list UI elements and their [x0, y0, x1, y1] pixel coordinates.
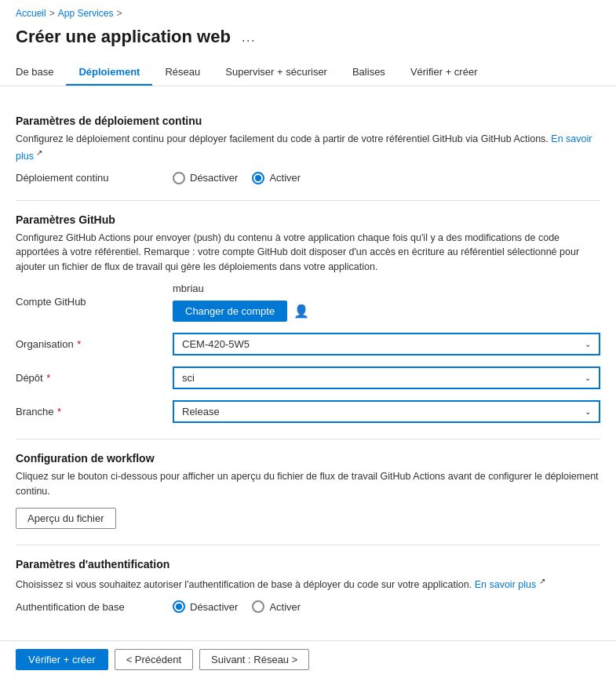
branche-value: Release: [182, 406, 220, 417]
external-link-icon: ↗: [36, 148, 42, 157]
tab-basics[interactable]: De base: [16, 60, 66, 86]
verify-create-button[interactable]: Vérifier + créer: [16, 649, 108, 670]
depot-row: Dépôt * sci ⌄: [16, 366, 600, 389]
breadcrumb: Accueil > App Services >: [0, 0, 616, 24]
github-settings-section: Paramètres GitHub Configurez GitHub Acti…: [16, 213, 600, 423]
auth-settings-title: Paramètres d'authentification: [16, 558, 600, 570]
branche-control: Release ⌄: [173, 400, 600, 423]
auth-external-link-icon: ↗: [539, 577, 545, 585]
github-account-control: mbriau Changer de compte 👤: [173, 282, 600, 322]
organisation-row: Organisation * CEM-420-5W5 ⌄: [16, 333, 600, 355]
auth-learn-more[interactable]: En savoir plus: [475, 580, 537, 591]
branche-arrow-icon: ⌄: [585, 407, 591, 416]
workflow-desc: Cliquez sur le bouton ci-dessous pour af…: [16, 469, 600, 499]
organisation-arrow-icon: ⌄: [585, 340, 591, 348]
radio-enable-label: Activer: [269, 172, 301, 184]
auth-radio-disable-outer: [173, 600, 185, 613]
github-username: mbriau: [173, 282, 204, 294]
depot-dropdown[interactable]: sci ⌄: [173, 366, 600, 389]
breadcrumb-sep1: >: [49, 8, 55, 19]
action-bar: Vérifier + créer < Précédent Suivant : R…: [0, 640, 616, 678]
organisation-required: *: [75, 338, 82, 350]
github-settings-desc: Configurez GitHub Actions pour envoyer (…: [16, 231, 600, 275]
organisation-dropdown[interactable]: CEM-420-5W5 ⌄: [173, 333, 600, 355]
auth-settings-desc: Choisissez si vous souhaitez autoriser l…: [16, 575, 600, 592]
radio-enable-inner: [255, 175, 261, 181]
branche-row: Branche * Release ⌄: [16, 400, 600, 423]
workflow-title: Configuration de workflow: [16, 452, 600, 465]
workflow-section: Configuration de workflow Cliquez sur le…: [16, 452, 600, 530]
next-button[interactable]: Suivant : Réseau >: [199, 649, 309, 670]
radio-disable-outer: [173, 172, 185, 184]
continuous-deployment-row: Déploiement continu Désactiver Activer: [16, 172, 600, 184]
radio-enable[interactable]: Activer: [252, 172, 301, 184]
radio-disable-label: Désactiver: [190, 172, 238, 184]
branche-label: Branche *: [16, 406, 173, 417]
page-title: Créer une application web: [16, 27, 231, 47]
tab-review[interactable]: Vérifier + créer: [398, 60, 490, 86]
organisation-control: CEM-420-5W5 ⌄: [173, 333, 600, 355]
depot-value: sci: [182, 372, 195, 384]
continuous-deployment-title: Paramètres de déploiement continu: [16, 115, 600, 127]
breadcrumb-sep2: >: [116, 8, 122, 19]
organisation-label: Organisation *: [16, 338, 173, 350]
divider-1: [16, 200, 600, 201]
continuous-deployment-section: Paramètres de déploiement continu Config…: [16, 102, 600, 184]
breadcrumb-accueil[interactable]: Accueil: [16, 8, 46, 19]
tab-monitor[interactable]: Superviser + sécuriser: [213, 60, 340, 86]
preview-file-button[interactable]: Aperçu du fichier: [16, 508, 116, 529]
change-account-button[interactable]: Changer de compte: [173, 301, 287, 322]
auth-radio-group: Désactiver Activer: [173, 600, 600, 613]
depot-control: sci ⌄: [173, 366, 600, 389]
continuous-deployment-label: Déploiement continu: [16, 172, 173, 184]
page-title-row: Créer une application web ...: [0, 24, 616, 60]
auth-radio-disable-inner: [176, 603, 182, 610]
continuous-deployment-desc: Configurez le déploiement continu pour d…: [16, 132, 600, 164]
depot-arrow-icon: ⌄: [585, 374, 591, 382]
tabs-bar: De base Déploiement Réseau Superviser + …: [0, 60, 616, 86]
account-icon: 👤: [293, 304, 309, 319]
ellipsis-button[interactable]: ...: [239, 27, 259, 47]
organisation-value: CEM-420-5W5: [182, 338, 250, 350]
auth-radio-enable-outer: [252, 600, 264, 613]
github-account-value-row: mbriau: [173, 282, 600, 294]
tab-tags[interactable]: Balises: [340, 60, 398, 86]
branche-required: *: [54, 406, 61, 417]
depot-label: Dépôt *: [16, 372, 173, 384]
github-account-label: Compte GitHub: [16, 296, 173, 308]
github-settings-title: Paramètres GitHub: [16, 213, 600, 226]
main-content: Paramètres de déploiement continu Config…: [0, 86, 616, 676]
continuous-deployment-control: Désactiver Activer: [173, 172, 600, 184]
tab-deployment[interactable]: Déploiement: [66, 60, 152, 86]
radio-disable[interactable]: Désactiver: [173, 172, 238, 184]
github-account-row: Compte GitHub mbriau Changer de compte 👤: [16, 282, 600, 322]
tab-network[interactable]: Réseau: [152, 60, 213, 86]
previous-button[interactable]: < Précédent: [115, 649, 193, 670]
branche-dropdown[interactable]: Release ⌄: [173, 400, 600, 423]
divider-2: [16, 439, 600, 439]
auth-radio-disable-label: Désactiver: [190, 601, 238, 613]
auth-radio-enable[interactable]: Activer: [252, 600, 301, 613]
auth-label: Authentification de base: [16, 601, 173, 613]
divider-3: [16, 545, 600, 545]
auth-row: Authentification de base Désactiver Acti…: [16, 600, 600, 613]
breadcrumb-app-services[interactable]: App Services: [58, 8, 114, 19]
auth-radio-disable[interactable]: Désactiver: [173, 600, 238, 613]
depot-required: *: [44, 372, 51, 384]
auth-settings-section: Paramètres d'authentification Choisissez…: [16, 558, 600, 613]
continuous-deployment-radio-group: Désactiver Activer: [173, 172, 600, 184]
auth-radio-enable-label: Activer: [269, 601, 301, 613]
auth-control: Désactiver Activer: [173, 600, 600, 613]
radio-enable-outer: [252, 172, 264, 184]
